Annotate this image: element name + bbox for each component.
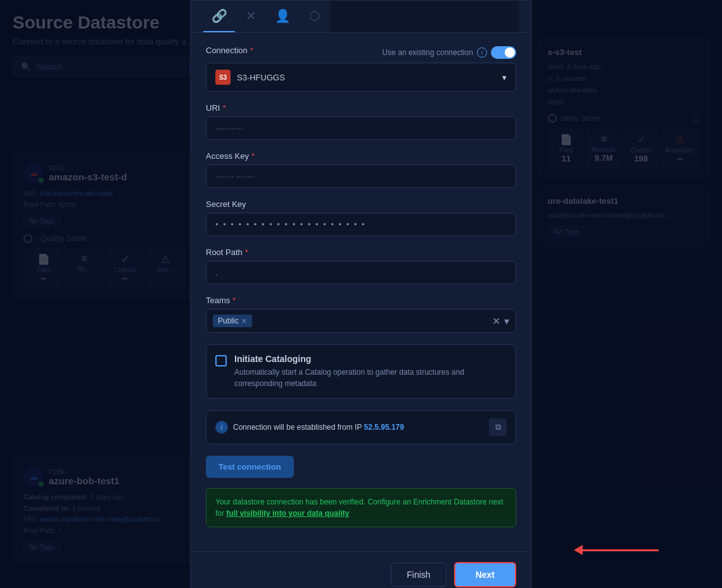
info-icon-ip: i bbox=[215, 421, 228, 434]
test-connection-button[interactable]: Test connection bbox=[206, 456, 294, 478]
connection-header-row: Connection * Use an existing connection … bbox=[206, 46, 516, 59]
connection-group: Connection * Use an existing connection … bbox=[206, 46, 516, 92]
arrow-line bbox=[583, 549, 659, 551]
access-key-required: * bbox=[251, 151, 255, 161]
connection-required: * bbox=[250, 46, 253, 55]
uri-label: URI * bbox=[206, 103, 516, 113]
step-2-icon[interactable]: ✕ bbox=[235, 1, 267, 32]
dropdown-chevron: ▾ bbox=[502, 73, 507, 82]
catalog-content: Initiate Cataloging Automatically start … bbox=[234, 354, 507, 389]
connection-select[interactable]: S3 S3-HFUGGS ▾ bbox=[206, 63, 516, 92]
access-key-input[interactable]: ········ ········ bbox=[206, 165, 516, 188]
catalog-title: Initiate Cataloging bbox=[234, 354, 507, 364]
root-path-group: Root Path * bbox=[206, 247, 516, 284]
root-path-label: Root Path * bbox=[206, 247, 516, 257]
step-3-icon[interactable]: 👤 bbox=[267, 1, 298, 32]
connection-info-box: i Connection will be established from IP… bbox=[206, 410, 516, 444]
root-path-required: * bbox=[245, 247, 248, 257]
success-message: Your datastore connection has been verif… bbox=[206, 488, 516, 527]
teams-actions: ✕ ▾ bbox=[492, 315, 509, 327]
connection-label: Connection * bbox=[206, 46, 253, 55]
modal-steps: 🔗 ✕ 👤 ⬡ bbox=[191, 1, 531, 33]
use-existing-label: Use an existing connection i bbox=[383, 46, 516, 59]
modal-footer: Finish Next bbox=[191, 551, 531, 588]
team-tag-public: Public ✕ bbox=[213, 315, 252, 327]
connection-select-left: S3 S3-HFUGGS bbox=[215, 70, 285, 85]
uri-required: * bbox=[222, 103, 225, 113]
step-1-icon[interactable]: 🔗 bbox=[203, 1, 235, 32]
root-path-input[interactable] bbox=[206, 261, 516, 284]
secret-key-group: Secret Key • • • • • • • • • • • • • • •… bbox=[206, 199, 516, 236]
uri-input[interactable]: ············ bbox=[206, 116, 516, 140]
secret-key-label: Secret Key bbox=[206, 199, 516, 209]
teams-required: * bbox=[232, 296, 236, 305]
connection-ip: 52.5.95.179 bbox=[364, 423, 404, 432]
catalog-checkbox[interactable] bbox=[215, 355, 227, 366]
secret-key-input[interactable]: • • • • • • • • • • • • • • • • • • • • bbox=[206, 213, 516, 236]
teams-dropdown-chevron[interactable]: ▾ bbox=[504, 315, 509, 327]
next-button[interactable]: Next bbox=[454, 562, 516, 587]
teams-group: Teams * Public ✕ ✕ ▾ bbox=[206, 296, 516, 333]
info-icon-connection: i bbox=[477, 47, 487, 58]
clear-icon[interactable]: ✕ bbox=[492, 315, 500, 327]
step-4-icon[interactable]: ⬡ bbox=[298, 1, 330, 32]
copy-ip-button[interactable]: ⧉ bbox=[489, 418, 507, 436]
arrow-annotation bbox=[574, 545, 659, 555]
arrow-head bbox=[574, 545, 583, 555]
s3-icon: S3 bbox=[215, 70, 231, 85]
teams-label: Teams * bbox=[206, 296, 516, 305]
access-key-group: Access Key * ········ ········ bbox=[206, 151, 516, 188]
initiate-catalog-box[interactable]: Initiate Cataloging Automatically start … bbox=[206, 344, 516, 399]
modal-body: Connection * Use an existing connection … bbox=[191, 33, 531, 551]
use-existing-toggle[interactable] bbox=[491, 46, 516, 59]
catalog-desc: Automatically start a Catalog operation … bbox=[234, 366, 507, 389]
success-highlight: full visibility into your data quality bbox=[226, 509, 349, 518]
step-5-icon[interactable] bbox=[330, 1, 519, 32]
teams-input[interactable]: Public ✕ ✕ ▾ bbox=[206, 309, 516, 333]
finish-button[interactable]: Finish bbox=[391, 563, 446, 587]
connection-info-text: i Connection will be established from IP… bbox=[215, 421, 404, 434]
modal: 🔗 ✕ 👤 ⬡ Connection * Use an existing con… bbox=[190, 0, 532, 588]
remove-team-tag[interactable]: ✕ bbox=[241, 317, 247, 325]
access-key-label: Access Key * bbox=[206, 151, 516, 161]
uri-group: URI * ············ bbox=[206, 103, 516, 140]
